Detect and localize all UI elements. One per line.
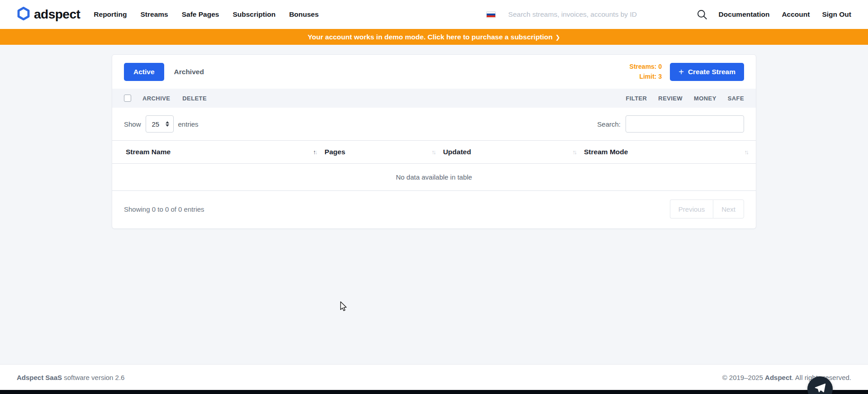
review-mode-link[interactable]: REVIEW <box>658 95 683 102</box>
empty-table-message: No data available in table <box>112 164 756 191</box>
column-label: Pages <box>325 148 346 156</box>
table-search-input[interactable] <box>626 115 744 133</box>
streams-limit: Limit: 3 <box>630 72 662 82</box>
banner-text: Your account works in demo mode. Click h… <box>308 33 552 41</box>
previous-page-button[interactable]: Previous <box>670 199 713 218</box>
telegram-plane-icon <box>814 382 826 394</box>
column-label: Stream Name <box>126 148 171 156</box>
search-icon[interactable] <box>696 9 708 20</box>
footer-product-name: Adspect SaaS <box>17 374 62 381</box>
entries-label: entries <box>178 120 199 128</box>
copyright-brand: Adspect <box>765 374 792 381</box>
column-label: Updated <box>443 148 471 156</box>
purchase-subscription-link[interactable]: Your account works in demo mode. Click h… <box>308 33 560 41</box>
column-header-updated[interactable]: Updated ↑↓ <box>443 141 584 164</box>
page-length-value: 25 <box>152 120 160 128</box>
table-info: Showing 0 to 0 of 0 entries <box>124 205 204 213</box>
archive-action[interactable]: ARCHIVE <box>142 95 170 102</box>
nav-item-account[interactable]: Account <box>782 10 810 19</box>
bottom-edge-bar <box>0 390 868 394</box>
column-header-stream-mode[interactable]: Stream Mode ↑↓ <box>584 141 756 164</box>
select-all-checkbox[interactable] <box>124 95 131 102</box>
create-stream-button[interactable]: + Create Stream <box>670 63 744 81</box>
up-down-caret-icon <box>166 121 169 127</box>
delete-action[interactable]: DELETE <box>182 95 207 102</box>
nav-item-safe-pages[interactable]: Safe Pages <box>182 10 219 19</box>
sort-icon: ↑↓ <box>313 149 318 156</box>
column-header-pages[interactable]: Pages ↑↓ <box>325 141 443 164</box>
page-length-select[interactable]: 25 <box>146 115 174 133</box>
sort-icon: ↑↓ <box>745 149 750 156</box>
table-controls: Show 25 entries Search: <box>112 108 756 140</box>
nav-item-reporting[interactable]: Reporting <box>94 10 127 19</box>
filter-mode-link[interactable]: FILTER <box>626 95 647 102</box>
empty-table-row: No data available in table <box>112 164 756 191</box>
table-header-row: Stream Name ↑↓ Pages ↑↓ Updated ↑↓ Strea… <box>112 141 756 164</box>
create-stream-label: Create Stream <box>688 68 735 76</box>
table-search-label: Search: <box>597 120 621 128</box>
column-header-stream-name[interactable]: Stream Name ↑↓ <box>112 141 325 164</box>
money-mode-link[interactable]: MONEY <box>694 95 716 102</box>
nav-item-subscription[interactable]: Subscription <box>232 10 275 19</box>
global-search-input[interactable] <box>508 10 669 19</box>
nav-item-sign-out[interactable]: Sign Out <box>822 10 851 19</box>
language-flag-russia[interactable] <box>486 11 496 18</box>
page-body: Active Archived Streams: 0 Limit: 3 + Cr… <box>0 45 868 364</box>
nav-item-streams[interactable]: Streams <box>141 10 168 19</box>
adspect-logo[interactable]: adspect <box>17 7 80 22</box>
footer-copyright: © 2019–2025 Adspect. All rights reserved… <box>722 374 851 381</box>
brand-name: adspect <box>34 7 80 22</box>
nav-item-documentation[interactable]: Documentation <box>719 10 770 19</box>
streams-card: Active Archived Streams: 0 Limit: 3 + Cr… <box>112 54 756 229</box>
card-header: Active Archived Streams: 0 Limit: 3 + Cr… <box>112 55 756 89</box>
copyright-years: © 2019–2025 <box>722 374 765 381</box>
footer-version: Adspect SaaS software version 2.6 <box>17 374 124 381</box>
hexagon-logo-icon <box>17 7 30 22</box>
secondary-nav: Documentation Account Sign Out <box>719 10 851 19</box>
show-label: Show <box>124 120 141 128</box>
top-navbar: adspect Reporting Streams Safe Pages Sub… <box>0 0 868 29</box>
tab-active[interactable]: Active <box>124 63 164 81</box>
column-label: Stream Mode <box>584 148 628 156</box>
main-nav: Reporting Streams Safe Pages Subscriptio… <box>94 10 318 19</box>
bulk-actions-toolbar: ARCHIVE DELETE FILTER REVIEW MONEY SAFE <box>112 89 756 108</box>
footer-version-text: software version 2.6 <box>62 374 124 381</box>
pagination: Previous Next <box>670 199 744 218</box>
streams-table: Stream Name ↑↓ Pages ↑↓ Updated ↑↓ Strea… <box>112 140 756 191</box>
demo-mode-banner: Your account works in demo mode. Click h… <box>0 29 868 45</box>
plus-icon: + <box>678 67 684 76</box>
sort-icon: ↑↓ <box>573 149 578 156</box>
stream-limits: Streams: 0 Limit: 3 <box>630 62 662 81</box>
safe-mode-link[interactable]: SAFE <box>728 95 744 102</box>
streams-count: Streams: 0 <box>630 62 662 72</box>
mouse-cursor <box>338 301 348 313</box>
chevron-right-icon: ❯ <box>555 34 560 41</box>
sort-icon: ↑↓ <box>432 149 437 156</box>
nav-item-bonuses[interactable]: Bonuses <box>289 10 318 19</box>
card-footer: Showing 0 to 0 of 0 entries Previous Nex… <box>112 191 756 228</box>
page-footer: Adspect SaaS software version 2.6 © 2019… <box>0 364 868 390</box>
tab-archived[interactable]: Archived <box>174 68 204 76</box>
next-page-button[interactable]: Next <box>713 199 744 218</box>
